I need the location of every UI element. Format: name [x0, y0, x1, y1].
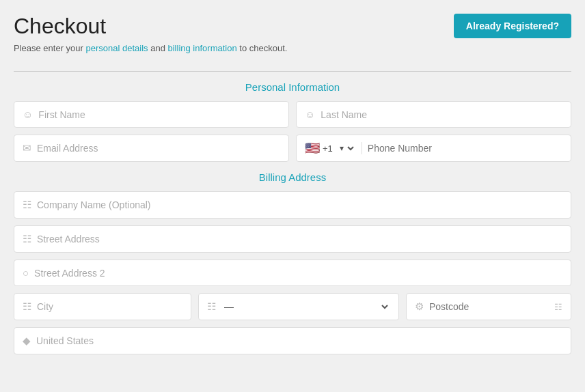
personal-info-title: Personal Information [14, 81, 571, 93]
country-field: ◆ [14, 327, 571, 354]
contact-row: ✉ 🇺🇸 +1 ▾ [14, 135, 571, 162]
last-name-input[interactable] [321, 109, 562, 120]
first-name-field: ☺ [14, 101, 289, 128]
company-input[interactable] [37, 199, 562, 210]
street2-row: ○ [14, 260, 571, 286]
state-select[interactable]: — [221, 300, 390, 313]
subtitle-link-billing[interactable]: billing information [168, 43, 237, 53]
street-row: ☷ [14, 225, 571, 253]
state-icon: ☷ [207, 300, 216, 313]
billing-address-title: Billing Address [14, 171, 571, 183]
phone-country-select[interactable]: ▾ [336, 143, 356, 154]
subtitle-link-personal[interactable]: personal details [86, 43, 148, 53]
postcode-icon: ⚙ [415, 300, 424, 313]
subtitle-text-after: to checkout. [237, 43, 288, 53]
page-title: Checkout [14, 14, 287, 39]
person-icon-2: ☺ [305, 109, 315, 120]
subtitle-text-before: Please enter your [14, 43, 86, 53]
page-container: Checkout Please enter your personal deta… [14, 14, 571, 354]
already-registered-button[interactable]: Already Registered? [454, 14, 571, 38]
street2-input[interactable] [34, 268, 562, 279]
postcode-right-icon: ☷ [554, 302, 562, 312]
street-input[interactable] [37, 234, 562, 244]
postcode-field: ⚙ ☷ [406, 293, 571, 320]
street2-field: ○ [14, 260, 571, 286]
email-input[interactable] [37, 143, 280, 154]
billing-section: Billing Address ☷ ☷ ○ ☷ [14, 171, 571, 354]
envelope-icon: ✉ [23, 142, 31, 154]
person-icon: ☺ [23, 109, 33, 120]
flag-us-icon: 🇺🇸 [305, 141, 320, 156]
street-field: ☷ [14, 225, 571, 253]
phone-field: 🇺🇸 +1 ▾ [296, 135, 571, 162]
subtitle: Please enter your personal details and b… [14, 43, 287, 53]
subtitle-text-middle: and [148, 43, 168, 53]
first-name-input[interactable] [38, 109, 280, 120]
phone-divider [362, 142, 362, 154]
globe-icon: ◆ [23, 335, 31, 347]
country-input[interactable] [36, 335, 562, 346]
phone-country-code: +1 [323, 143, 333, 154]
company-field: ☷ [14, 191, 571, 219]
header-row: Checkout Please enter your personal deta… [14, 14, 571, 64]
city-field: ☷ [14, 293, 191, 320]
company-row: ☷ [14, 191, 571, 219]
header-left: Checkout Please enter your personal deta… [14, 14, 287, 64]
city-icon: ☷ [23, 300, 31, 313]
city-state-row: ☷ ☷ — ⚙ ☷ [14, 293, 571, 320]
map-marker-icon: ○ [23, 267, 29, 279]
building-icon: ☷ [23, 199, 31, 211]
postcode-input[interactable] [429, 301, 549, 312]
country-row: ◆ [14, 327, 571, 354]
phone-input[interactable] [368, 143, 562, 154]
city-input[interactable] [37, 301, 182, 312]
email-field: ✉ [14, 135, 289, 162]
name-row: ☺ ☺ [14, 101, 571, 128]
divider-top [14, 71, 571, 72]
last-name-field: ☺ [296, 101, 571, 128]
street-icon: ☷ [23, 233, 31, 245]
state-field: ☷ — [198, 293, 399, 320]
